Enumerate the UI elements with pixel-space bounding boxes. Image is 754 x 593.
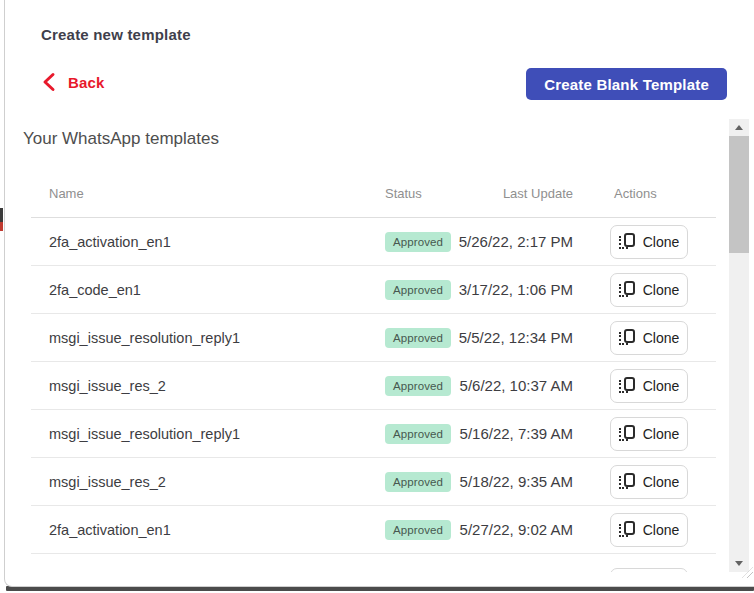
status-badge: Approved <box>385 280 451 300</box>
last-update: 5/5/22, 12:34 PM <box>445 329 573 346</box>
vertical-scrollbar[interactable] <box>729 119 749 572</box>
table-row: msgi_issue_res_2 Approved 5/18/22, 9:35 … <box>31 458 716 506</box>
template-name: 2fa_code_en1 <box>49 282 385 298</box>
table-row: 2fa_code_en1 Approved 3/17/22, 1:06 PM C… <box>31 266 716 314</box>
triangle-up-icon <box>735 125 743 130</box>
clone-label: Clone <box>643 474 680 490</box>
template-name: 2fa_activation_en1 <box>49 234 385 250</box>
clone-button[interactable]: Clone <box>610 568 688 572</box>
background-artifact <box>0 222 3 231</box>
template-name: msgi_issue_resolution_reply1 <box>49 426 385 442</box>
column-header-status: Status <box>385 186 445 201</box>
modal-title: Create new template <box>41 26 191 43</box>
scroll-down-button[interactable] <box>729 555 749 572</box>
clone-icon <box>619 233 635 250</box>
column-header-actions: Actions <box>610 186 690 201</box>
clone-label: Clone <box>643 426 680 442</box>
scrollbar-thumb[interactable] <box>729 136 749 253</box>
clone-label: Clone <box>643 378 680 394</box>
clone-label: Clone <box>643 330 680 346</box>
template-name: msgi_issue_res_2 <box>49 378 385 394</box>
back-label: Back <box>68 74 105 91</box>
status-badge: Approved <box>385 376 451 396</box>
last-update: 3/17/22, 1:06 PM <box>445 281 573 298</box>
clone-label: Clone <box>643 282 680 298</box>
status-badge: Approved <box>385 328 451 348</box>
back-button[interactable]: Back <box>41 72 105 92</box>
clone-icon <box>619 473 635 490</box>
clone-icon <box>619 281 635 298</box>
clone-button[interactable]: Clone <box>610 321 688 355</box>
clone-button[interactable]: Clone <box>610 273 688 307</box>
triangle-down-icon <box>735 561 743 566</box>
table-row: 2fa_activation_en1 Approved 5/26/22, 2:1… <box>31 218 716 266</box>
last-update: 5/16/22, 7:39 AM <box>445 425 573 442</box>
clone-label: Clone <box>643 522 680 538</box>
table-header-row: Name Status Last Update Actions <box>31 170 716 218</box>
background-artifact <box>0 208 3 222</box>
clone-button[interactable]: Clone <box>610 225 688 259</box>
last-update: 5/26/22, 2:17 PM <box>445 233 573 250</box>
templates-scroll-area: Your WhatsApp templates Name Status Last… <box>5 118 726 572</box>
status-badge: Approved <box>385 424 451 444</box>
clone-button[interactable]: Clone <box>610 417 688 451</box>
clone-button[interactable]: Clone <box>610 465 688 499</box>
table-row: msgi_issue_resolution_reply1 Approved 5/… <box>31 314 716 362</box>
create-blank-template-button[interactable]: Create Blank Template <box>526 68 727 100</box>
scroll-up-button[interactable] <box>729 119 749 136</box>
create-template-modal: Create new template Back Create Blank Te… <box>4 0 754 587</box>
table-row-partial: Clone <box>31 554 716 572</box>
clone-icon <box>619 329 635 346</box>
clone-label: Clone <box>643 234 680 250</box>
clone-icon <box>619 521 635 538</box>
table-row: msgi_issue_res_2 Approved 5/6/22, 10:37 … <box>31 362 716 410</box>
template-name: 2fa_activation_en1 <box>49 522 385 538</box>
section-heading: Your WhatsApp templates <box>23 129 726 149</box>
last-update: 5/27/22, 9:02 AM <box>445 521 573 538</box>
template-name: msgi_issue_resolution_reply1 <box>49 330 385 346</box>
status-badge: Approved <box>385 232 451 252</box>
status-badge: Approved <box>385 472 451 492</box>
clone-button[interactable]: Clone <box>610 369 688 403</box>
last-update: 5/18/22, 9:35 AM <box>445 473 573 490</box>
column-header-last-update: Last Update <box>445 186 573 201</box>
clone-button[interactable]: Clone <box>610 513 688 547</box>
table-row: 2fa_activation_en1 Approved 5/27/22, 9:0… <box>31 506 716 554</box>
status-badge: Approved <box>385 520 451 540</box>
clone-icon <box>619 425 635 442</box>
templates-table: Name Status Last Update Actions 2fa_acti… <box>31 170 716 572</box>
clone-icon <box>619 377 635 394</box>
table-row: msgi_issue_resolution_reply1 Approved 5/… <box>31 410 716 458</box>
column-header-name: Name <box>49 186 385 201</box>
template-name: msgi_issue_res_2 <box>49 474 385 490</box>
chevron-left-icon <box>41 72 56 92</box>
last-update: 5/6/22, 10:37 AM <box>445 377 573 394</box>
